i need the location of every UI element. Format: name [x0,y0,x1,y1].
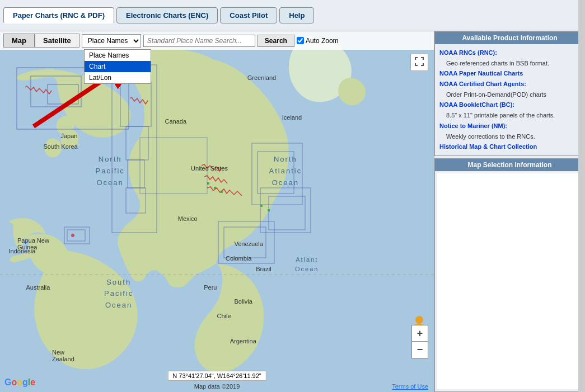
map-view-map[interactable]: Map [3,34,35,48]
link-booklet-chart[interactable]: NOAA BookletChart (BC): [439,101,514,108]
zoom-out-button[interactable]: − [411,342,428,358]
available-product-content: NOAA RNCs (RNC): Geo-referenced charts i… [435,44,584,155]
svg-rect-18 [214,187,216,189]
svg-rect-21 [268,209,270,211]
map-attribution: Map data ©2019 [194,383,240,390]
tab-paper-charts[interactable]: Paper Charts (RNC & PDF) [3,7,114,23]
zoom-controls: + − [411,325,428,358]
info-item-rnc: NOAA RNCs (RNC): Geo-referenced charts i… [439,48,580,68]
svg-rect-17 [207,182,209,185]
link-historical[interactable]: Historical Map & Chart Collection [439,143,537,150]
info-item-historical: Historical Map & Chart Collection [439,141,580,152]
info-booklet-desc: 8.5" x 11" printable panels of the chart… [446,110,580,121]
google-logo: Google [4,377,35,388]
link-paper-charts[interactable]: NOAA Paper Nautical Charts [439,70,523,77]
scrollbar[interactable] [578,173,582,389]
place-dropdown-menu: Place Names Chart Lat/Lon [84,49,151,84]
autozoom-checkbox[interactable] [297,37,304,44]
svg-rect-20 [260,205,263,207]
info-notice-desc: Weekly corrections to the RNCs. [446,131,580,142]
search-type-select[interactable]: Place Names Chart ▼ Lat/Lon [82,34,141,48]
autozoom-text: Auto Zoom [306,37,339,45]
svg-point-23 [71,234,74,237]
available-product-section: Available Product Information NOAA RNCs … [434,31,585,156]
dropdown-item-place-names[interactable]: Place Names [85,50,151,61]
map-svg [0,31,434,392]
tab-electronic-charts[interactable]: Electronic Charts (ENC) [116,7,218,23]
info-item-booklet: NOAA BookletChart (BC): 8.5" x 11" print… [439,100,580,120]
svg-point-27 [415,316,423,324]
search-button[interactable]: Search [258,35,294,47]
map-area[interactable]: Greenland Iceland South Korea Japan Cana… [0,31,434,392]
search-dropdown: Place Names Chart ▼ Lat/Lon [82,34,141,48]
link-certified-agents[interactable]: NOAA Certified Chart Agents: [439,81,526,87]
map-selection-content [437,173,582,389]
info-item-paper: NOAA Paper Nautical Charts [439,68,580,79]
available-product-header: Available Product Information [435,32,584,44]
search-input[interactable] [143,35,255,47]
info-agents-desc: Order Print-on-Demand(POD) charts [446,89,580,100]
svg-rect-19 [221,191,223,193]
map-view-toggle: Map Satellite [3,34,79,48]
info-item-agents: NOAA Certified Chart Agents: Order Print… [439,79,580,100]
main-layout: Greenland Iceland South Korea Japan Cana… [0,31,585,392]
tab-coast-pilot[interactable]: Coast Pilot [220,7,277,23]
link-rnc[interactable]: NOAA RNCs (RNC): [439,49,497,56]
tab-help[interactable]: Help [279,7,314,23]
right-panel: Available Product Information NOAA RNCs … [434,31,585,392]
link-notice-mariner[interactable]: Notice to Mariner (NM): [439,122,507,129]
map-selection-section: Map Selection Information [434,158,585,392]
zoom-in-button[interactable]: + [411,325,428,342]
info-item-notice: Notice to Mariner (NM): Weekly correctio… [439,121,580,141]
map-selection-header: Map Selection Information [435,159,584,171]
coordinates-display: N 73°41'27.04", W164°26'11.92" [167,371,266,381]
autozoom-label[interactable]: Auto Zoom [297,37,339,45]
map-view-satellite[interactable]: Satellite [35,34,79,48]
top-navigation: Paper Charts (RNC & PDF) Electronic Char… [0,0,585,31]
map-toolbar: Map Satellite Place Names Chart ▼ Lat/Lo… [0,31,434,50]
info-rnc-desc: Geo-referenced charts in BSB format. [446,58,580,69]
terms-of-use-link[interactable]: Terms of Use [392,383,428,390]
dropdown-item-chart[interactable]: Chart [85,61,151,72]
fullscreen-button[interactable] [410,54,428,71]
dropdown-item-latlon[interactable]: Lat/Lon [85,72,151,83]
